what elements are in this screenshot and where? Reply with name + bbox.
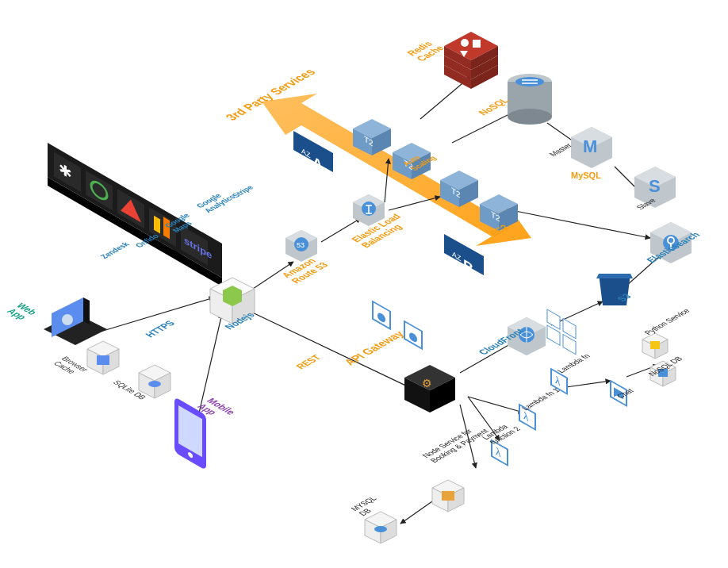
svg-point-69 xyxy=(508,109,552,125)
mysql-label: MySQL xyxy=(571,171,601,180)
svg-point-20 xyxy=(148,381,161,387)
third-party-bar: ✱ stripe xyxy=(48,143,222,286)
svg-text:⚙: ⚙ xyxy=(422,377,432,390)
api-gateway-icon: ⚙ xyxy=(404,365,455,413)
lambda-icons: λ λ λ xyxy=(492,369,567,466)
svg-text:S: S xyxy=(649,176,661,196)
svg-text:53: 53 xyxy=(297,241,305,249)
nosql-icon xyxy=(508,74,552,125)
architecture-diagram: ✱ stripe xyxy=(0,0,728,568)
mysql-master-icon: M xyxy=(571,127,612,168)
svg-marker-11 xyxy=(83,297,90,324)
svg-rect-65 xyxy=(473,40,481,48)
svg-point-70 xyxy=(515,77,544,86)
svg-point-64 xyxy=(461,39,469,47)
redis-icon xyxy=(444,32,498,89)
python-service-icon xyxy=(642,333,668,359)
node-booking-icon xyxy=(432,480,464,512)
svg-rect-109 xyxy=(650,341,660,349)
svg-point-121 xyxy=(374,526,387,532)
svg-point-12 xyxy=(62,314,73,325)
az-b-badge: AZ B xyxy=(444,234,484,278)
laptop-icon xyxy=(44,297,107,345)
mysql-db-icon xyxy=(365,512,397,543)
browser-cache-icon xyxy=(87,341,119,374)
svg-rect-117 xyxy=(442,491,454,501)
svg-marker-94 xyxy=(596,274,633,278)
svg-rect-16 xyxy=(97,355,109,365)
svg-text:M: M xyxy=(583,136,597,156)
